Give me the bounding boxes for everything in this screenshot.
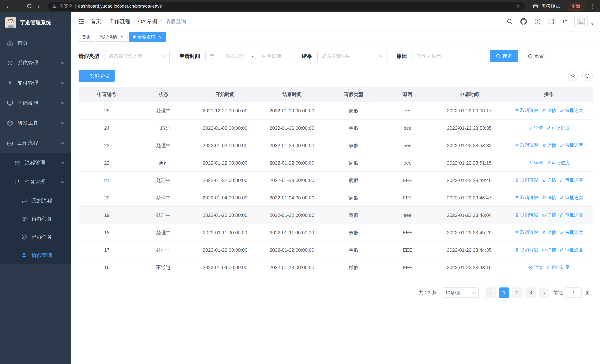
- sidebar-item-infrastructure[interactable]: 基础设施: [0, 93, 71, 113]
- cell-start-time: 2022-01-03 00:00:00: [192, 119, 259, 137]
- cancel-leave-link[interactable]: 取消请假: [515, 212, 538, 218]
- approval-progress-link[interactable]: 审批进度: [560, 229, 583, 235]
- refresh-list-button[interactable]: [582, 71, 593, 81]
- detail-link[interactable]: 详情: [528, 125, 543, 131]
- reason-input[interactable]: [412, 50, 480, 62]
- sidebar-item-home[interactable]: 首页: [0, 33, 71, 53]
- page-number-3[interactable]: 3: [525, 288, 536, 298]
- table-row: 18 处理中 2022-01-11 00:00:00 2022-01-11 00…: [79, 224, 593, 241]
- detail-link[interactable]: 详情: [542, 177, 556, 183]
- browser-reload-icon[interactable]: [24, 1, 34, 11]
- create-leave-button[interactable]: + 发起请假: [79, 70, 115, 82]
- browser-home-icon[interactable]: ⌂: [35, 1, 45, 11]
- toggle-search-button[interactable]: [568, 71, 579, 81]
- prev-page-button[interactable]: ‹: [486, 288, 496, 298]
- header-search-icon[interactable]: [506, 18, 513, 25]
- detail-link[interactable]: 详情: [528, 264, 543, 271]
- sidebar-item-leave-query[interactable]: 请假查询: [0, 246, 71, 264]
- search-button[interactable]: 搜索: [490, 50, 518, 62]
- active-tab-dot: [133, 35, 136, 38]
- cancel-leave-link[interactable]: 取消请假: [515, 177, 538, 183]
- apply-time-range-picker[interactable]: 开始日期 - 结束日期: [205, 50, 292, 62]
- bookmark-star-icon[interactable]: ☆: [516, 3, 520, 9]
- sidebar-toggle-icon[interactable]: [78, 18, 85, 25]
- sidebar-item-dev-tools[interactable]: 研发工具: [0, 113, 71, 133]
- close-icon[interactable]: ×: [157, 34, 162, 39]
- eye-icon: [542, 213, 546, 217]
- breadcrumb-item-home[interactable]: 首页: [91, 18, 101, 25]
- detail-link[interactable]: 详情: [542, 108, 556, 114]
- page-number-1[interactable]: 1: [499, 288, 509, 298]
- detail-link[interactable]: 详情: [542, 212, 556, 218]
- tab-leave-query[interactable]: 请假查询 ×: [129, 32, 166, 42]
- col-header-apply-time: 申请时间: [433, 87, 505, 102]
- detail-link[interactable]: 详情: [542, 247, 556, 253]
- next-page-button[interactable]: ›: [539, 288, 549, 298]
- address-bar[interactable]: ⚠ 不安全 dashboard.yudao.iocoder.cn/bpm/oa/…: [48, 2, 525, 10]
- goto-page-input[interactable]: [565, 288, 582, 298]
- sidebar-item-task-management[interactable]: 任务管理: [0, 172, 71, 192]
- result-select[interactable]: 请选择流结果: [317, 50, 387, 62]
- sidebar-item-workflow[interactable]: 工作流程: [0, 133, 71, 153]
- page-size-select[interactable]: 10条/页: [442, 288, 479, 298]
- browser-back-icon[interactable]: ←: [4, 1, 13, 11]
- tab-process-detail[interactable]: 流程详情 ×: [96, 32, 128, 42]
- approval-progress-link[interactable]: 审批进度: [560, 142, 583, 148]
- leave-type-select[interactable]: 请选择请假类型: [104, 50, 170, 62]
- close-icon[interactable]: ×: [119, 34, 124, 39]
- detail-link[interactable]: 详情: [542, 142, 556, 149]
- user-avatar[interactable]: [574, 15, 588, 28]
- browser-update-button[interactable]: 更新: [567, 2, 585, 10]
- approval-progress-link[interactable]: 审批进度: [560, 195, 583, 201]
- reset-button[interactable]: 重置: [522, 50, 550, 62]
- breadcrumb: 首页 / 工作流程 / OA 示例 / 请假查询: [91, 18, 186, 25]
- cancel-leave-link[interactable]: 取消请假: [515, 142, 538, 148]
- cancel-leave-link[interactable]: 取消请假: [515, 247, 538, 253]
- cancel-leave-link[interactable]: 取消请假: [515, 107, 538, 113]
- approval-progress-link[interactable]: 审批进度: [546, 160, 569, 166]
- sidebar-item-payment[interactable]: ¥ 支付管理: [0, 73, 71, 93]
- approval-progress-link[interactable]: 审批进度: [560, 212, 583, 218]
- cell-id: 16: [79, 259, 135, 276]
- approval-progress-link[interactable]: 审批进度: [560, 247, 583, 253]
- sidebar-item-done-tasks[interactable]: 已办任务: [0, 228, 71, 246]
- approval-progress-link[interactable]: 审批进度: [546, 125, 569, 131]
- chevron-down-icon: [162, 55, 166, 57]
- cell-apply-time: 2022-01-23 00:06:17: [433, 102, 505, 119]
- edit-icon: [560, 143, 564, 147]
- eye-icon: [528, 126, 533, 130]
- sidebar-item-todo-tasks[interactable]: 待办任务: [0, 210, 71, 228]
- col-header-id: 申请编号: [79, 87, 135, 102]
- cell-leave-type: 病假: [325, 189, 382, 206]
- cancel-leave-link[interactable]: 取消请假: [515, 195, 538, 201]
- github-icon[interactable]: [520, 18, 527, 25]
- help-icon[interactable]: ?: [534, 18, 541, 25]
- tab-home[interactable]: 首页: [79, 32, 94, 42]
- approval-progress-link[interactable]: 审批进度: [546, 264, 569, 270]
- cell-id: 21: [79, 172, 135, 189]
- breadcrumb-item-workflow[interactable]: 工作流程: [109, 18, 130, 25]
- fullscreen-icon[interactable]: [548, 18, 554, 25]
- user-menu-caret-icon[interactable]: ▾: [591, 22, 593, 28]
- browser-menu-icon[interactable]: ⋮: [588, 3, 596, 9]
- sidebar-item-my-process[interactable]: 我的流程: [0, 192, 71, 210]
- cell-start-time: 2022-01-04 00:00:00: [192, 259, 259, 276]
- omnibox-divider: [75, 4, 75, 9]
- font-size-icon[interactable]: TT: [562, 18, 567, 25]
- chevron-down-icon: [472, 291, 476, 294]
- sidebar-item-system[interactable]: 系统管理: [0, 53, 71, 73]
- detail-link[interactable]: 详情: [542, 230, 556, 235]
- breadcrumb-item-oa-example[interactable]: OA 示例: [138, 18, 157, 25]
- cancel-leave-link[interactable]: 取消请假: [515, 229, 538, 235]
- sidebar-item-process-management[interactable]: 流程管理: [0, 153, 71, 172]
- detail-link[interactable]: 详情: [542, 195, 556, 201]
- delete-icon: [515, 108, 519, 112]
- col-header-type: 请假类型: [325, 87, 382, 102]
- browser-forward-icon[interactable]: →: [14, 1, 24, 11]
- approval-progress-link[interactable]: 审批进度: [560, 177, 583, 183]
- col-header-actions: 操作: [505, 87, 593, 102]
- eye-icon: [542, 178, 546, 182]
- approval-progress-link[interactable]: 审批进度: [560, 107, 583, 113]
- page-number-2[interactable]: 2: [512, 288, 523, 298]
- detail-link[interactable]: 详情: [528, 160, 543, 166]
